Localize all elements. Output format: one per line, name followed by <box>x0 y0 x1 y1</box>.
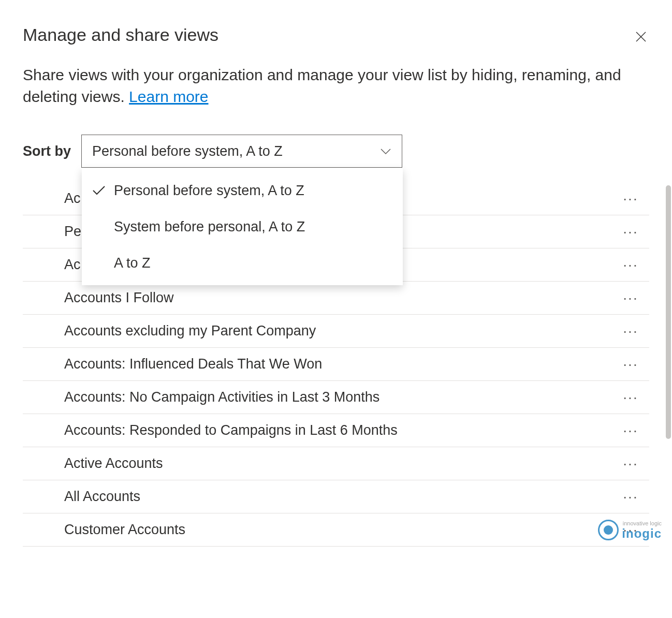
more-actions-button[interactable]: ··· <box>620 321 641 342</box>
checkmark-slot <box>91 185 107 196</box>
sort-selected-text: Personal before system, A to Z <box>92 143 283 159</box>
view-name-label: Accounts excluding my Parent Company <box>64 323 316 339</box>
sort-option-system-first[interactable]: System before personal, A to Z <box>82 209 403 245</box>
watermark-text: innovative logic inogic <box>622 521 662 540</box>
learn-more-link[interactable]: Learn more <box>129 88 208 105</box>
more-actions-button[interactable]: ··· <box>620 222 641 242</box>
more-actions-button[interactable]: ··· <box>620 420 641 441</box>
more-icon: ··· <box>623 224 638 240</box>
list-item[interactable]: Customer Accounts··· <box>23 513 649 547</box>
list-item[interactable]: Accounts I Follow··· <box>23 282 649 315</box>
manage-views-panel: Manage and share views Share views with … <box>0 0 672 618</box>
close-button[interactable] <box>633 29 649 46</box>
more-icon: ··· <box>623 356 638 373</box>
view-name-label: Accounts: Responded to Campaigns in Last… <box>64 422 398 438</box>
view-name-label: Accounts: Influenced Deals That We Won <box>64 356 322 372</box>
view-name-label: Ac <box>64 190 81 207</box>
list-item[interactable]: Accounts excluding my Parent Company··· <box>23 315 649 348</box>
close-icon <box>635 31 647 43</box>
sort-option-personal-first[interactable]: Personal before system, A to Z <box>82 172 403 209</box>
view-name-label: All Accounts <box>64 489 140 505</box>
more-icon: ··· <box>623 489 638 505</box>
watermark-brand: inogic <box>622 527 662 540</box>
list-item[interactable]: Active Accounts··· <box>23 447 649 480</box>
view-name-label: Pe <box>64 224 81 240</box>
sort-option-label: System before personal, A to Z <box>114 219 305 235</box>
more-icon: ··· <box>623 290 638 306</box>
panel-header: Manage and share views <box>23 25 649 46</box>
more-actions-button[interactable]: ··· <box>620 288 641 308</box>
panel-description: Share views with your organization and m… <box>23 64 649 108</box>
watermark-icon <box>598 520 619 540</box>
sort-row: Sort by Personal before system, A to Z P… <box>23 135 649 168</box>
list-item[interactable]: Accounts: Influenced Deals That We Won··… <box>23 348 649 381</box>
more-actions-button[interactable]: ··· <box>620 188 641 209</box>
more-icon: ··· <box>623 323 638 340</box>
description-text: Share views with your organization and m… <box>23 66 621 105</box>
more-icon: ··· <box>623 257 638 273</box>
watermark-logo: innovative logic inogic <box>598 520 662 540</box>
more-actions-button[interactable]: ··· <box>620 387 641 408</box>
more-icon: ··· <box>623 389 638 406</box>
chevron-down-icon <box>380 148 391 155</box>
sort-label: Sort by <box>23 143 71 159</box>
sort-option-label: A to Z <box>114 255 151 271</box>
sort-dropdown: Personal before system, A to Z System be… <box>82 168 403 285</box>
sort-option-a-to-z[interactable]: A to Z <box>82 245 403 281</box>
view-name-label: Accounts: No Campaign Activities in Last… <box>64 389 379 405</box>
list-item[interactable]: All Accounts··· <box>23 480 649 513</box>
view-name-label: Accounts I Follow <box>64 290 174 306</box>
more-actions-button[interactable]: ··· <box>620 487 641 507</box>
scrollbar-thumb[interactable] <box>666 185 671 439</box>
more-actions-button[interactable]: ··· <box>620 453 641 474</box>
watermark-icon-inner <box>604 525 613 535</box>
more-actions-button[interactable]: ··· <box>620 255 641 275</box>
list-item[interactable]: Accounts: Responded to Campaigns in Last… <box>23 414 649 447</box>
checkmark-icon <box>92 185 106 196</box>
view-name-label: Ac <box>64 257 81 273</box>
view-name-label: Active Accounts <box>64 455 163 472</box>
more-icon: ··· <box>623 455 638 472</box>
sort-option-label: Personal before system, A to Z <box>114 183 304 199</box>
more-icon: ··· <box>623 422 638 439</box>
more-actions-button[interactable]: ··· <box>620 354 641 375</box>
panel-title: Manage and share views <box>23 25 218 45</box>
list-item[interactable]: Accounts: No Campaign Activities in Last… <box>23 381 649 414</box>
view-name-label: Customer Accounts <box>64 522 185 538</box>
more-icon: ··· <box>623 190 638 207</box>
watermark-tagline: innovative logic <box>622 521 662 526</box>
sort-select[interactable]: Personal before system, A to Z Personal … <box>81 135 402 168</box>
